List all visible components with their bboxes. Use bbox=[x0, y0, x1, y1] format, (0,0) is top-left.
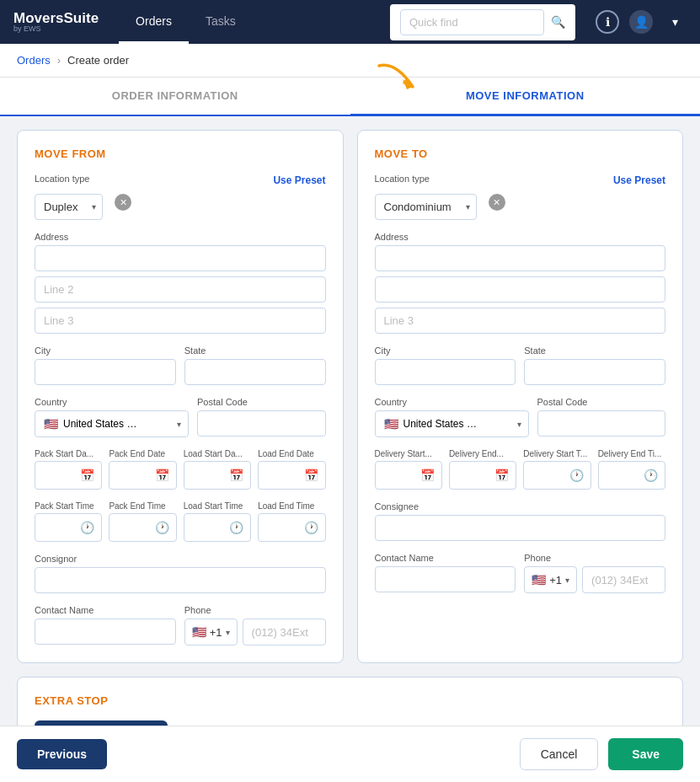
country-select-to[interactable]: 🇺🇸 United States of A ▾ bbox=[375, 410, 529, 437]
city-to[interactable]: Grand Junction bbox=[375, 359, 516, 385]
location-type-dropdown-to[interactable]: Condominium bbox=[375, 194, 477, 220]
phone-code-to: +1 bbox=[549, 574, 562, 586]
calendar-icon-d1: 📅 bbox=[420, 469, 435, 482]
phone-label-to: Phone bbox=[524, 553, 665, 563]
address1-to[interactable]: 454 Main Street bbox=[375, 245, 666, 271]
nav-tab-orders[interactable]: Orders bbox=[119, 0, 189, 44]
phone-flag-from: 🇺🇸 bbox=[192, 625, 206, 639]
nav-right: ℹ 👤 ▾ bbox=[596, 10, 687, 34]
location-type-label-to: Location type bbox=[375, 174, 430, 184]
country-select-from[interactable]: 🇺🇸 United States of A ▾ bbox=[35, 410, 189, 437]
delivery-end-time-input[interactable]: 🕐 bbox=[598, 461, 665, 490]
dropdown-icon[interactable]: ▾ bbox=[663, 10, 687, 34]
address2-from[interactable] bbox=[35, 276, 326, 303]
search-input[interactable] bbox=[400, 9, 544, 35]
delivery-start-t-label: Delivery Start T... bbox=[523, 449, 590, 458]
location-type-select-to[interactable]: Condominium ▾ bbox=[375, 194, 477, 220]
contact-name-group-to: Contact Name bbox=[375, 553, 516, 592]
delivery-start-input[interactable]: 📅 bbox=[375, 461, 442, 490]
calendar-icon-4: 📅 bbox=[304, 469, 318, 482]
load-end-time-label: Load End Time bbox=[258, 501, 325, 511]
phone-ext-from[interactable] bbox=[243, 619, 326, 645]
address3-from[interactable] bbox=[35, 308, 326, 334]
location-type-header: Location type Use Preset bbox=[35, 174, 326, 187]
delivery-end-time: Delivery End Ti... 🕐 bbox=[598, 449, 665, 490]
search-bar: 🔍 bbox=[390, 4, 575, 40]
clear-location-from[interactable]: ✕ bbox=[115, 194, 131, 211]
phone-group-from: Phone 🇺🇸 +1 ▾ bbox=[184, 605, 326, 645]
load-end-time-from: Load End Time 🕐 bbox=[258, 501, 325, 542]
address3-to[interactable] bbox=[375, 308, 666, 334]
address2-to[interactable]: Apt 202 bbox=[375, 276, 666, 303]
city-state-row-from: City Grand Junction State CO bbox=[35, 345, 326, 385]
pack-end-date-label: Pack End Date bbox=[109, 449, 176, 458]
consignee-label: Consignee bbox=[375, 501, 666, 512]
city-label-to: City bbox=[375, 345, 516, 356]
phone-prefix-from[interactable]: 🇺🇸 +1 ▾ bbox=[184, 619, 238, 645]
time-grid-from: Pack Start Time 🕐 Pack End Time 🕐 Load S… bbox=[35, 501, 326, 542]
city-from[interactable]: Grand Junction bbox=[35, 359, 176, 385]
postal-from[interactable]: 81507 bbox=[197, 410, 326, 437]
previous-button[interactable]: Previous bbox=[17, 739, 107, 769]
extra-stop-title: EXTRA STOP bbox=[35, 694, 665, 707]
cancel-button[interactable]: Cancel bbox=[520, 738, 599, 770]
contact-phone-row-from: Contact Name Phone 🇺🇸 +1 ▾ bbox=[35, 605, 326, 645]
info-icon[interactable]: ℹ bbox=[596, 10, 619, 34]
consignor-input[interactable] bbox=[35, 567, 326, 593]
delivery-start-label: Delivery Start... bbox=[375, 449, 442, 458]
location-type-select-from[interactable]: Duplex ▾ bbox=[35, 194, 103, 220]
country-label-from: Country bbox=[35, 397, 189, 407]
load-start-time-label: Load Start Time bbox=[184, 501, 251, 511]
nav-tab-tasks[interactable]: Tasks bbox=[189, 0, 253, 44]
consignee-input[interactable] bbox=[375, 515, 666, 541]
pack-start-date-label: Pack Start Da... bbox=[35, 449, 102, 458]
location-type-row-from: Duplex ▾ ✕ bbox=[35, 194, 326, 220]
tab-order-information[interactable]: ORDER INFORMATION bbox=[0, 78, 350, 115]
load-end-date-input[interactable]: 📅 bbox=[258, 461, 325, 490]
city-group-from: City Grand Junction bbox=[35, 345, 176, 385]
delivery-start-time-input[interactable]: 🕐 bbox=[523, 461, 590, 490]
postal-to[interactable]: 81505 bbox=[537, 410, 666, 437]
pack-end-time-input[interactable]: 🕐 bbox=[109, 513, 176, 542]
user-avatar[interactable]: 👤 bbox=[629, 10, 653, 34]
pack-start-date-input[interactable]: 📅 bbox=[35, 461, 102, 490]
load-start-time-from: Load Start Time 🕐 bbox=[184, 501, 251, 542]
phone-label-from: Phone bbox=[184, 605, 326, 615]
state-label-from: State bbox=[184, 345, 326, 356]
pack-end-time-label: Pack End Time bbox=[109, 501, 176, 511]
load-start-time-input[interactable]: 🕐 bbox=[184, 513, 251, 542]
pack-start-time-input[interactable]: 🕐 bbox=[35, 513, 102, 542]
clock-icon: 🕐 bbox=[80, 521, 94, 534]
save-button[interactable]: Save bbox=[608, 738, 683, 770]
address1-from[interactable]: 884 First Avenue bbox=[35, 245, 326, 271]
load-end-time-input[interactable]: 🕐 bbox=[258, 513, 325, 542]
delivery-end-input[interactable]: 📅 bbox=[449, 461, 516, 490]
phone-ext-to[interactable] bbox=[582, 566, 665, 593]
load-end-date-label: Load End Date bbox=[258, 449, 325, 458]
breadcrumb-orders[interactable]: Orders bbox=[17, 54, 51, 67]
country-group-to: Country 🇺🇸 United States of A ▾ bbox=[375, 397, 529, 437]
content: MOVE FROM Location type Use Preset Duple… bbox=[0, 116, 700, 782]
consignor-group: Consignor bbox=[35, 554, 326, 593]
calendar-icon-d2: 📅 bbox=[494, 469, 509, 482]
state-to[interactable]: CO bbox=[524, 359, 665, 385]
pack-start-time-label: Pack Start Time bbox=[35, 501, 102, 511]
state-from[interactable]: CO bbox=[184, 359, 326, 385]
delivery-start-time: Delivery Start T... 🕐 bbox=[523, 449, 590, 490]
delivery-start-date: Delivery Start... 📅 bbox=[375, 449, 442, 490]
breadcrumb-current: Create order bbox=[67, 54, 129, 67]
clock-icon-3: 🕐 bbox=[229, 521, 243, 534]
load-start-date-input[interactable]: 📅 bbox=[184, 461, 251, 490]
use-preset-from[interactable]: Use Preset bbox=[273, 174, 325, 186]
pack-end-date-input[interactable]: 📅 bbox=[109, 461, 176, 490]
use-preset-to[interactable]: Use Preset bbox=[613, 174, 665, 186]
location-type-dropdown-from[interactable]: Duplex bbox=[35, 194, 103, 220]
state-group-to: State CO bbox=[524, 345, 665, 385]
delivery-date-grid: Delivery Start... 📅 Delivery End... 📅 De… bbox=[375, 449, 666, 490]
clear-location-to[interactable]: ✕ bbox=[489, 194, 505, 211]
contact-name-input-from[interactable] bbox=[35, 619, 176, 645]
phone-group-to: Phone 🇺🇸 +1 ▾ bbox=[524, 553, 665, 593]
contact-name-input-to[interactable] bbox=[375, 566, 516, 592]
phone-prefix-to[interactable]: 🇺🇸 +1 ▾ bbox=[524, 566, 577, 593]
contact-phone-row-to: Contact Name Phone 🇺🇸 +1 ▾ bbox=[375, 553, 666, 593]
